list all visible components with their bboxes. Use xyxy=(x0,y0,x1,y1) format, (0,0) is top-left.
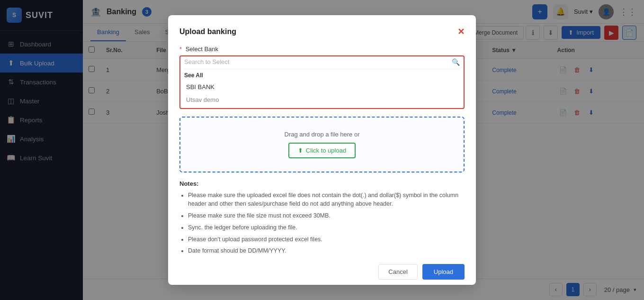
notes-list: Please make sure the uploaded excel file… xyxy=(179,191,465,256)
required-indicator: * xyxy=(179,45,182,53)
upload-area: Drag and drop a file here or ⬆ Click to … xyxy=(179,117,465,173)
modal-title: Upload banking xyxy=(179,27,236,36)
upload-icon: ⬆ xyxy=(298,147,303,154)
cancel-button[interactable]: Cancel xyxy=(378,264,417,280)
note-item: Date format should be DD/MM/YYYY. xyxy=(188,246,465,255)
note-item: Sync. the ledger before uploading the fi… xyxy=(188,223,465,232)
note-item: Please make sure the uploaded excel file… xyxy=(188,191,465,209)
upload-banking-modal: Upload banking ✕ * Select Bank 🔍 See All… xyxy=(168,15,476,285)
see-all-label: See All xyxy=(184,72,460,79)
search-icon: 🔍 xyxy=(452,58,460,66)
select-bank-label: * Select Bank xyxy=(179,45,465,53)
modal-overlay: Upload banking ✕ * Select Bank 🔍 See All… xyxy=(0,0,644,300)
upload-button[interactable]: Upload xyxy=(422,264,465,280)
bank-option-utsav[interactable]: Utsav demo xyxy=(184,93,460,106)
bank-search-input[interactable] xyxy=(184,58,452,65)
bank-dropdown[interactable]: 🔍 See All SBI BANK Utsav demo xyxy=(179,55,465,109)
modal-header: Upload banking ✕ xyxy=(179,27,465,37)
notes-section: Notes: Please make sure the uploaded exc… xyxy=(179,180,465,256)
notes-title: Notes: xyxy=(179,180,465,187)
click-upload-label: Click to upload xyxy=(306,147,346,154)
search-row: 🔍 xyxy=(184,58,460,69)
note-item: Please don't upload password protected e… xyxy=(188,235,465,244)
select-bank-field: * Select Bank 🔍 See All SBI BANK Utsav d… xyxy=(179,45,465,109)
note-item: Please make sure the file size must not … xyxy=(188,211,465,220)
click-to-upload-button[interactable]: ⬆ Click to upload xyxy=(288,143,356,158)
modal-footer: Cancel Upload xyxy=(179,264,465,280)
close-icon[interactable]: ✕ xyxy=(457,27,465,37)
drag-text: Drag and drop a file here or xyxy=(188,131,456,138)
bank-option-sbi[interactable]: SBI BANK xyxy=(184,81,460,93)
